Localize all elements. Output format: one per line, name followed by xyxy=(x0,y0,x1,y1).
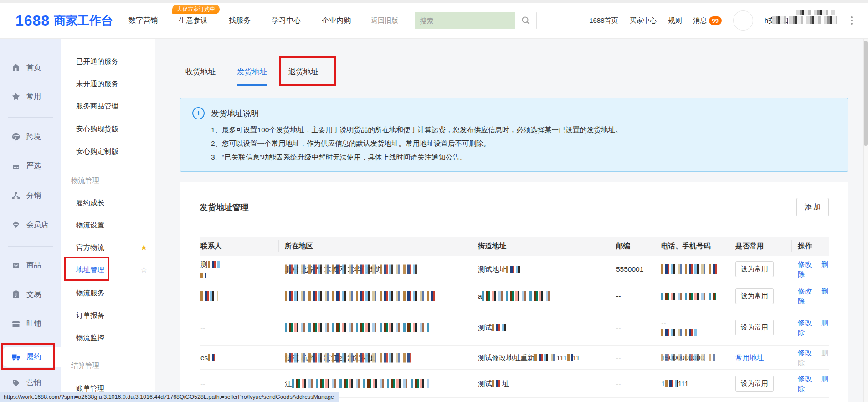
edit-link[interactable]: 修改 xyxy=(798,287,812,295)
scrollbar-thumb[interactable] xyxy=(864,41,868,146)
info-icon xyxy=(192,107,205,119)
promo-badge: 大促方案订购中 xyxy=(172,5,220,14)
gem-icon xyxy=(11,220,21,229)
secondary-menu: 已开通的服务 未开通的服务 服务商品管理 安心购现货版 安心购定制版 物流管理 … xyxy=(61,39,155,402)
search-box xyxy=(415,12,537,29)
account-name[interactable]: h交易口 xyxy=(765,12,837,29)
sidebar-item-member-store[interactable]: 会员店 xyxy=(0,215,61,235)
card-title: 发货地址管理 xyxy=(200,202,249,213)
submenu-logistics-monitoring[interactable]: 物流监控 xyxy=(61,332,155,344)
submenu-order-filing[interactable]: 订单报备 xyxy=(61,309,155,321)
nav-find-services[interactable]: 找服务 xyxy=(229,16,251,26)
top-nav: 数字营销 大促方案订购中 生意参谋 找服务 学习中心 企业内购 xyxy=(128,16,351,26)
clipboard-icon xyxy=(11,290,21,299)
logo-1688[interactable]: 1688 商家工作台 xyxy=(15,12,113,29)
censored-blocks xyxy=(665,380,678,387)
col-actions: 操作 xyxy=(792,240,829,252)
more-menu-icon[interactable] xyxy=(851,20,853,21)
search-input[interactable] xyxy=(415,12,515,29)
submenu-anxingou-spot[interactable]: 安心购现货版 xyxy=(61,123,155,135)
default-address-label[interactable]: 常用地址 xyxy=(735,354,764,361)
censored-blocks xyxy=(200,291,218,301)
censored-blocks xyxy=(285,353,412,362)
messages-link[interactable]: 消息 99 xyxy=(693,16,722,25)
shop-icon xyxy=(11,319,21,328)
back-to-old-version-link[interactable]: 返回旧版 xyxy=(371,16,398,25)
sidebar-item-strict-selection[interactable]: 严选 xyxy=(0,156,61,176)
bag-icon xyxy=(11,261,21,270)
link-rules[interactable]: 规则 xyxy=(668,16,682,25)
star-outline-icon[interactable]: ☆ xyxy=(140,265,148,275)
censored-blocks xyxy=(482,291,550,301)
censored-blocks xyxy=(285,264,417,274)
add-address-button[interactable]: 添 加 xyxy=(796,198,829,216)
address-table: 联系人 所在地区 街道地址 邮编 电话、手机号码 是否常用 操作 测 北京 北京… xyxy=(200,237,829,402)
submenu-unopened-services[interactable]: 未开通的服务 xyxy=(61,78,155,90)
censored-blocks xyxy=(661,293,716,300)
nav-enterprise-purchase[interactable]: 企业内购 xyxy=(322,16,351,26)
col-is-default: 是否常用 xyxy=(729,240,792,252)
sidebar-item-distribution[interactable]: 分销 xyxy=(0,186,61,206)
censored-blocks xyxy=(292,379,429,388)
tab-receiving-address[interactable]: 收货地址 xyxy=(185,67,216,86)
sidebar-item-shop[interactable]: 旺铺 xyxy=(0,314,61,334)
sidebar-item-fulfillment[interactable]: 履约 xyxy=(3,347,61,367)
edit-link[interactable]: 修改 xyxy=(798,375,812,382)
censored-blocks xyxy=(661,354,715,361)
submenu-fulfillment-growth[interactable]: 履约成长 xyxy=(61,197,155,209)
sidebar-item-crossborder[interactable]: 跨境 xyxy=(0,127,61,147)
star-filled-icon[interactable]: ★ xyxy=(140,242,148,253)
tab-shipping-address[interactable]: 发货地址 xyxy=(237,67,267,86)
submenu-address-management[interactable]: 地址管理 ☆ xyxy=(61,264,155,276)
avatar[interactable] xyxy=(733,10,753,31)
submenu-logistics-services[interactable]: 物流服务 xyxy=(61,287,155,299)
link-buyer-center[interactable]: 买家中心 xyxy=(630,16,657,25)
set-default-button[interactable]: 设为常用 xyxy=(735,320,774,335)
censored-blocks xyxy=(772,16,837,24)
nav-business-advisor[interactable]: 大促方案订购中 生意参谋 xyxy=(179,16,208,26)
set-default-button[interactable]: 设为常用 xyxy=(735,261,774,277)
table-row: 测 北京 北京市 东城区 东华门街道 测试地址 5550001 设为常用 修改删… xyxy=(200,256,829,283)
submenu-section-settlement: 结算管理 xyxy=(61,360,155,371)
star-icon xyxy=(11,92,21,101)
censored-blocks xyxy=(285,323,431,332)
sidebar-item-home[interactable]: 首页 xyxy=(0,57,61,77)
submenu-anxingou-custom[interactable]: 安心购定制版 xyxy=(61,145,155,157)
link-1688-home[interactable]: 1688首页 xyxy=(589,16,618,25)
search-icon xyxy=(521,16,530,25)
notice-line: 3、“已关联信息”功能因系统升级中暂时无法使用，具体上线时间请关注通知公告。 xyxy=(192,150,836,164)
sidebar-item-favorites[interactable]: 常用 xyxy=(0,87,61,107)
col-region: 所在地区 xyxy=(279,240,472,252)
censored-blocks xyxy=(661,329,697,336)
submenu-service-product-mgmt[interactable]: 服务商品管理 xyxy=(61,100,155,112)
sidebar-item-products[interactable]: 商品 xyxy=(0,255,61,275)
search-button[interactable] xyxy=(515,12,536,29)
sidebar-item-marketing[interactable]: 营销 xyxy=(0,373,61,393)
edit-link[interactable]: 修改 xyxy=(798,349,812,356)
tab-return-address[interactable]: 退货地址 xyxy=(288,67,318,86)
message-count-badge: 99 xyxy=(709,16,722,25)
nav-digital-marketing[interactable]: 数字营销 xyxy=(128,16,158,26)
scrollbar[interactable] xyxy=(863,39,868,402)
table-header-row: 联系人 所在地区 街道地址 邮编 电话、手机号码 是否常用 操作 xyxy=(200,237,829,256)
top-right-nav: 1688首页 买家中心 规则 消息 99 h交易口 xyxy=(589,10,853,31)
shipping-address-card: 发货地址管理 添 加 联系人 所在地区 街道地址 邮编 电话、手机号码 是否常用… xyxy=(180,182,848,402)
submenu-logistics-settings[interactable]: 物流设置 xyxy=(61,219,155,231)
set-default-button[interactable]: 设为常用 xyxy=(735,376,774,392)
browser-status-url: https://work.1688.com/?spm=a2638g.u.3.10… xyxy=(0,392,339,402)
logo-text: 商家工作台 xyxy=(54,13,113,29)
divider xyxy=(8,246,53,247)
network-icon xyxy=(11,191,21,200)
submenu-official-logistics[interactable]: 官方物流 ★ xyxy=(61,242,155,253)
factory-icon xyxy=(11,161,21,170)
censored-blocks xyxy=(796,10,835,15)
set-default-button[interactable]: 设为常用 xyxy=(735,288,774,304)
col-zip: 邮编 xyxy=(610,240,655,252)
edit-link[interactable]: 修改 xyxy=(798,260,812,268)
truck-icon xyxy=(11,352,21,361)
globe-icon xyxy=(11,132,21,141)
submenu-opened-services[interactable]: 已开通的服务 xyxy=(61,56,155,67)
sidebar-item-trade[interactable]: 交易 xyxy=(0,284,61,304)
nav-learning-center[interactable]: 学习中心 xyxy=(272,16,301,26)
edit-link[interactable]: 修改 xyxy=(798,319,812,326)
